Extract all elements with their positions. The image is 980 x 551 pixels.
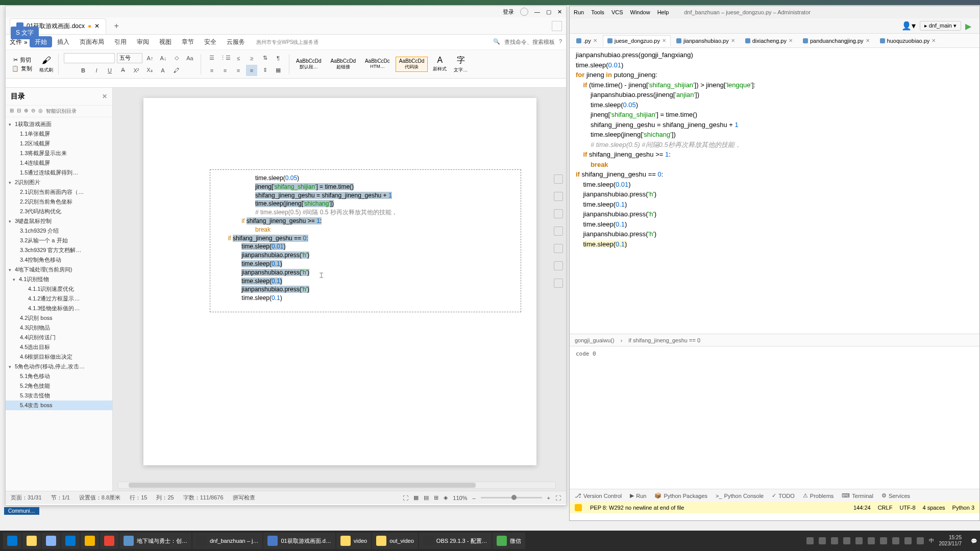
editor-tab[interactable]: jianpanshubiao.py✕ [672,35,740,46]
outline-item[interactable]: 2.2识别当前角色坐标 [6,197,112,207]
line-spacing-icon[interactable]: ⇕ [259,65,271,76]
close-icon[interactable]: ✕ [557,9,562,15]
copy-icon[interactable]: 📋 [12,65,19,72]
ime-indicator[interactable]: 中 [929,537,934,544]
code-textbox[interactable]: time.sleep(0.05) jineng['shifang_shijian… [210,169,521,312]
editor-tab[interactable]: .py✕ [572,35,602,46]
ribbon-tab[interactable]: 视图 [154,36,177,47]
outline-item[interactable]: 1.3将截屏显示出来 [6,148,112,158]
close-icon[interactable]: ✕ [866,38,870,43]
show-marks-icon[interactable]: ¶ [273,53,284,64]
chevron-down-icon[interactable]: ▾ [9,180,15,185]
tool-window-tab[interactable]: ⌨Terminal [842,492,873,499]
outline-item[interactable]: 4.2识别 boss [6,313,112,323]
highlight-button[interactable]: 🖍 [170,65,182,76]
horizontal-ruler[interactable] [6,79,566,88]
editor-tab[interactable]: juese_dongzuo.py✕ [603,35,671,46]
indent-left-icon[interactable]: ≤ [233,53,244,64]
align-justify-icon[interactable]: ≡ [246,65,257,76]
print-layout-icon[interactable]: ▦ [413,494,419,501]
avatar-icon[interactable] [520,8,528,16]
format-painter-icon[interactable]: 🖌 [42,55,51,66]
outline-item[interactable]: 4.5选出目标 [6,342,112,352]
chevron-down-icon[interactable]: ▾ [9,267,15,272]
web-layout-icon[interactable]: ⊞ [434,494,438,501]
breadcrumb-item[interactable]: if shifang_jineng_geshu == 0 [628,337,700,343]
taskbar-item[interactable]: 01获取游戏画面.d… [263,533,335,549]
chevron-down-icon[interactable]: ▾ [9,364,15,369]
outline-item[interactable]: ▾2识别图片 [6,178,112,187]
status-indent[interactable]: 4 spaces [923,505,945,511]
close-icon[interactable]: ✕ [789,38,793,43]
ribbon-search-hint[interactable]: 查找命令、搜索模板 [504,38,555,46]
select-icon[interactable] [554,174,563,184]
taskbar-item[interactable]: 地下城与勇士：创… [119,533,191,549]
ribbon-tab[interactable]: 页面布局 [75,36,109,47]
chevron-down-icon[interactable]: ▾ [9,122,15,127]
taskbar-item[interactable] [42,533,60,549]
menu-item[interactable]: Run [574,9,584,15]
tray-icon[interactable] [843,537,850,544]
new-tab-button[interactable]: + [110,20,122,32]
close-icon[interactable]: ✕ [731,38,735,43]
collapse-icon[interactable]: ⊖ [31,108,35,115]
cut-label[interactable]: 剪切 [20,56,31,64]
status-encoding[interactable]: UTF-8 [899,505,915,511]
fullscreen-icon[interactable]: ⛶ [403,495,408,501]
status-cursor-pos[interactable]: 144:24 [853,505,871,511]
tool-window-tab[interactable]: ⚙Services [881,492,910,499]
status-line[interactable]: 行：15 [130,494,147,502]
outline-item[interactable]: 4.1.3怪物坐标值的… [6,304,112,313]
scissors-icon[interactable]: ✂ [13,57,18,63]
status-warning[interactable]: PEP 8: W292 no newline at end of file [590,505,684,511]
run-button[interactable]: ▶ [965,21,974,31]
menu-item[interactable]: Help [657,9,669,15]
editor-tab[interactable]: huoquzuobiao.py✕ [875,35,941,46]
align-left-icon[interactable]: ≡ [206,65,217,76]
outline-item[interactable]: 4.6根据目标做出决定 [6,352,112,362]
status-chars[interactable]: 字数：111/8676 [183,494,224,502]
tool-window-tab[interactable]: >_Python Console [716,493,764,499]
tray-icon[interactable] [868,537,875,544]
font-color-button[interactable]: A [157,65,168,76]
wps-login-link[interactable]: 登录 [503,8,514,16]
history-icon[interactable] [554,261,563,270]
fit-page-icon[interactable]: ⛶ [555,495,561,501]
taskbar-item[interactable]: OBS 29.1.3 - 配置… [419,533,492,549]
outline-item[interactable]: 4.3识别物品 [6,323,112,333]
status-spell[interactable]: 拼写检查 [233,494,255,502]
outline-item[interactable]: 2.1识别当前画面内容（… [6,187,112,197]
outline-item[interactable]: 3.3ch9329 官方文档解… [6,245,112,255]
number-list-icon[interactable]: ⋮☰ [219,53,231,64]
superscript-button[interactable]: X² [131,65,142,76]
style-preset[interactable]: AaBbCcDd超链接 [327,57,359,72]
indent-right-icon[interactable]: ≥ [246,53,257,64]
ribbon-tab[interactable]: 插入 [52,36,75,47]
text-tool-icon[interactable]: 字 [457,55,465,66]
editor-tab[interactable]: dixiacheng.py✕ [741,35,797,46]
close-icon[interactable]: ✕ [102,93,107,100]
close-icon[interactable]: ✕ [593,38,597,43]
outline-item[interactable]: ▾1获取游戏画面 [6,119,112,129]
ribbon-tab[interactable]: 云服务 [222,36,250,47]
taskbar-item[interactable]: dnf_banzhuan – j… [192,533,262,549]
taskbar-item[interactable] [100,533,118,549]
style-preset[interactable]: AaBbCcDd默认段… [292,57,325,72]
status-col[interactable]: 列：25 [156,494,174,502]
lock-icon[interactable] [554,192,563,201]
outline-item[interactable]: 4.4识别传送门 [6,333,112,342]
outline-item[interactable]: 3.2从输一个 a 开始 [6,236,112,245]
chevron-down-icon[interactable]: ▾ [13,277,19,282]
menu-item[interactable]: Tools [591,9,604,15]
link-icon[interactable] [554,209,563,218]
maximize-icon[interactable]: ▢ [546,9,551,15]
wifi-icon[interactable] [904,537,912,544]
outline-item[interactable]: ▾4地下城处理(当前房间) [6,265,112,274]
list-icon[interactable] [554,227,563,236]
taskbar-item[interactable] [22,533,41,549]
outline-item[interactable]: 1.4连续截屏 [6,158,112,168]
horizontal-scrollbar[interactable] [118,482,556,489]
outline-item[interactable]: 5.3攻击怪物 [6,391,112,400]
tab-list-button[interactable] [552,21,562,31]
run-config-dropdown[interactable]: ▸ dnf_main ▾ [920,21,961,31]
